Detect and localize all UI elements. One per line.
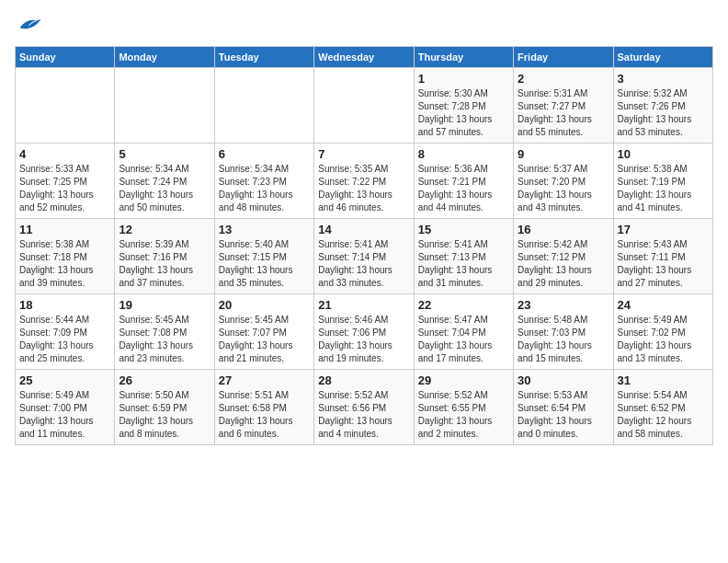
day-info: Sunrise: 5:30 AM Sunset: 7:28 PM Dayligh… — [418, 87, 509, 139]
day-number: 19 — [119, 298, 210, 312]
column-header-saturday: Saturday — [613, 47, 712, 68]
day-info: Sunrise: 5:31 AM Sunset: 7:27 PM Dayligh… — [518, 87, 609, 139]
calendar-table: SundayMondayTuesdayWednesdayThursdayFrid… — [15, 46, 713, 445]
column-header-wednesday: Wednesday — [314, 47, 414, 68]
day-info: Sunrise: 5:41 AM Sunset: 7:14 PM Dayligh… — [318, 238, 409, 290]
calendar-cell: 13Sunrise: 5:40 AM Sunset: 7:15 PM Dayli… — [214, 219, 313, 294]
calendar-cell: 23Sunrise: 5:48 AM Sunset: 7:03 PM Dayli… — [514, 294, 613, 370]
day-info: Sunrise: 5:47 AM Sunset: 7:04 PM Dayligh… — [418, 314, 509, 365]
day-info: Sunrise: 5:39 AM Sunset: 7:16 PM Dayligh… — [119, 238, 210, 290]
calendar-cell: 10Sunrise: 5:38 AM Sunset: 7:19 PM Dayli… — [613, 144, 712, 219]
calendar-cell: 6Sunrise: 5:34 AM Sunset: 7:23 PM Daylig… — [214, 144, 313, 219]
calendar-cell: 5Sunrise: 5:34 AM Sunset: 7:24 PM Daylig… — [115, 144, 214, 219]
calendar-header-row: SundayMondayTuesdayWednesdayThursdayFrid… — [16, 47, 713, 68]
calendar-cell: 14Sunrise: 5:41 AM Sunset: 7:14 PM Dayli… — [314, 219, 414, 294]
calendar-cell: 29Sunrise: 5:52 AM Sunset: 6:55 PM Dayli… — [414, 370, 513, 445]
day-info: Sunrise: 5:40 AM Sunset: 7:15 PM Dayligh… — [219, 238, 310, 290]
day-info: Sunrise: 5:48 AM Sunset: 7:03 PM Dayligh… — [518, 314, 609, 365]
calendar-cell: 3Sunrise: 5:32 AM Sunset: 7:26 PM Daylig… — [613, 68, 712, 144]
day-number: 25 — [19, 373, 110, 387]
day-number: 22 — [418, 298, 509, 312]
calendar-week-row: 11Sunrise: 5:38 AM Sunset: 7:18 PM Dayli… — [16, 219, 713, 294]
day-number: 6 — [219, 147, 310, 161]
day-info: Sunrise: 5:34 AM Sunset: 7:23 PM Dayligh… — [219, 163, 310, 214]
logo-bird-icon — [17, 15, 42, 35]
calendar-cell: 31Sunrise: 5:54 AM Sunset: 6:52 PM Dayli… — [613, 370, 712, 445]
day-info: Sunrise: 5:37 AM Sunset: 7:20 PM Dayligh… — [518, 163, 609, 214]
day-number: 12 — [119, 223, 210, 236]
calendar-week-row: 18Sunrise: 5:44 AM Sunset: 7:09 PM Dayli… — [16, 294, 713, 370]
day-number: 1 — [418, 72, 509, 86]
day-info: Sunrise: 5:38 AM Sunset: 7:18 PM Dayligh… — [19, 238, 110, 290]
day-number: 29 — [418, 373, 509, 387]
day-number: 21 — [318, 298, 409, 312]
day-info: Sunrise: 5:45 AM Sunset: 7:07 PM Dayligh… — [219, 314, 310, 365]
day-info: Sunrise: 5:46 AM Sunset: 7:06 PM Dayligh… — [318, 314, 409, 365]
calendar-cell: 24Sunrise: 5:49 AM Sunset: 7:02 PM Dayli… — [613, 294, 712, 370]
logo — [15, 15, 42, 35]
calendar-cell: 19Sunrise: 5:45 AM Sunset: 7:08 PM Dayli… — [115, 294, 214, 370]
day-number: 5 — [119, 147, 210, 161]
day-info: Sunrise: 5:44 AM Sunset: 7:09 PM Dayligh… — [19, 314, 110, 365]
calendar-week-row: 1Sunrise: 5:30 AM Sunset: 7:28 PM Daylig… — [16, 68, 713, 144]
day-info: Sunrise: 5:52 AM Sunset: 6:56 PM Dayligh… — [318, 389, 409, 441]
calendar-cell: 12Sunrise: 5:39 AM Sunset: 7:16 PM Dayli… — [115, 219, 214, 294]
day-number: 28 — [318, 373, 409, 387]
day-number: 3 — [618, 72, 709, 86]
day-info: Sunrise: 5:49 AM Sunset: 7:02 PM Dayligh… — [618, 314, 709, 365]
day-info: Sunrise: 5:50 AM Sunset: 6:59 PM Dayligh… — [119, 389, 210, 441]
day-info: Sunrise: 5:49 AM Sunset: 7:00 PM Dayligh… — [19, 389, 110, 441]
day-number: 8 — [418, 147, 509, 161]
day-info: Sunrise: 5:34 AM Sunset: 7:24 PM Dayligh… — [119, 163, 210, 214]
day-number: 13 — [219, 223, 310, 236]
day-info: Sunrise: 5:52 AM Sunset: 6:55 PM Dayligh… — [418, 389, 509, 441]
calendar-week-row: 25Sunrise: 5:49 AM Sunset: 7:00 PM Dayli… — [16, 370, 713, 445]
day-number: 14 — [318, 223, 409, 236]
day-number: 11 — [19, 223, 110, 236]
day-info: Sunrise: 5:36 AM Sunset: 7:21 PM Dayligh… — [418, 163, 509, 214]
day-number: 2 — [518, 72, 609, 86]
calendar-cell: 27Sunrise: 5:51 AM Sunset: 6:58 PM Dayli… — [214, 370, 313, 445]
calendar-cell: 4Sunrise: 5:33 AM Sunset: 7:25 PM Daylig… — [16, 144, 115, 219]
day-info: Sunrise: 5:42 AM Sunset: 7:12 PM Dayligh… — [518, 238, 609, 290]
day-number: 10 — [618, 147, 709, 161]
calendar-cell — [16, 68, 115, 144]
day-number: 16 — [518, 223, 609, 236]
calendar-cell: 1Sunrise: 5:30 AM Sunset: 7:28 PM Daylig… — [414, 68, 513, 144]
calendar-cell: 28Sunrise: 5:52 AM Sunset: 6:56 PM Dayli… — [314, 370, 414, 445]
calendar-cell: 25Sunrise: 5:49 AM Sunset: 7:00 PM Dayli… — [16, 370, 115, 445]
day-number: 18 — [19, 298, 110, 312]
calendar-cell — [214, 68, 313, 144]
column-header-friday: Friday — [514, 47, 613, 68]
calendar-cell: 26Sunrise: 5:50 AM Sunset: 6:59 PM Dayli… — [115, 370, 214, 445]
day-number: 15 — [418, 223, 509, 236]
day-number: 23 — [518, 298, 609, 312]
day-info: Sunrise: 5:53 AM Sunset: 6:54 PM Dayligh… — [518, 389, 609, 441]
day-info: Sunrise: 5:51 AM Sunset: 6:58 PM Dayligh… — [219, 389, 310, 441]
calendar-cell: 15Sunrise: 5:41 AM Sunset: 7:13 PM Dayli… — [414, 219, 513, 294]
calendar-cell: 8Sunrise: 5:36 AM Sunset: 7:21 PM Daylig… — [414, 144, 513, 219]
calendar-cell: 17Sunrise: 5:43 AM Sunset: 7:11 PM Dayli… — [613, 219, 712, 294]
calendar-cell: 9Sunrise: 5:37 AM Sunset: 7:20 PM Daylig… — [514, 144, 613, 219]
day-number: 17 — [618, 223, 709, 236]
day-number: 31 — [618, 373, 709, 387]
day-info: Sunrise: 5:32 AM Sunset: 7:26 PM Dayligh… — [618, 87, 709, 139]
column-header-monday: Monday — [115, 47, 214, 68]
calendar-cell: 16Sunrise: 5:42 AM Sunset: 7:12 PM Dayli… — [514, 219, 613, 294]
column-header-sunday: Sunday — [16, 47, 115, 68]
calendar-cell: 30Sunrise: 5:53 AM Sunset: 6:54 PM Dayli… — [514, 370, 613, 445]
calendar-cell: 20Sunrise: 5:45 AM Sunset: 7:07 PM Dayli… — [214, 294, 313, 370]
day-info: Sunrise: 5:41 AM Sunset: 7:13 PM Dayligh… — [418, 238, 509, 290]
page-header — [15, 15, 713, 35]
day-number: 24 — [618, 298, 709, 312]
day-number: 30 — [518, 373, 609, 387]
day-info: Sunrise: 5:38 AM Sunset: 7:19 PM Dayligh… — [618, 163, 709, 214]
calendar-cell: 11Sunrise: 5:38 AM Sunset: 7:18 PM Dayli… — [16, 219, 115, 294]
day-info: Sunrise: 5:54 AM Sunset: 6:52 PM Dayligh… — [618, 389, 709, 441]
day-number: 20 — [219, 298, 310, 312]
calendar-cell — [314, 68, 414, 144]
day-number: 26 — [119, 373, 210, 387]
day-info: Sunrise: 5:45 AM Sunset: 7:08 PM Dayligh… — [119, 314, 210, 365]
calendar-cell: 2Sunrise: 5:31 AM Sunset: 7:27 PM Daylig… — [514, 68, 613, 144]
calendar-cell: 22Sunrise: 5:47 AM Sunset: 7:04 PM Dayli… — [414, 294, 513, 370]
